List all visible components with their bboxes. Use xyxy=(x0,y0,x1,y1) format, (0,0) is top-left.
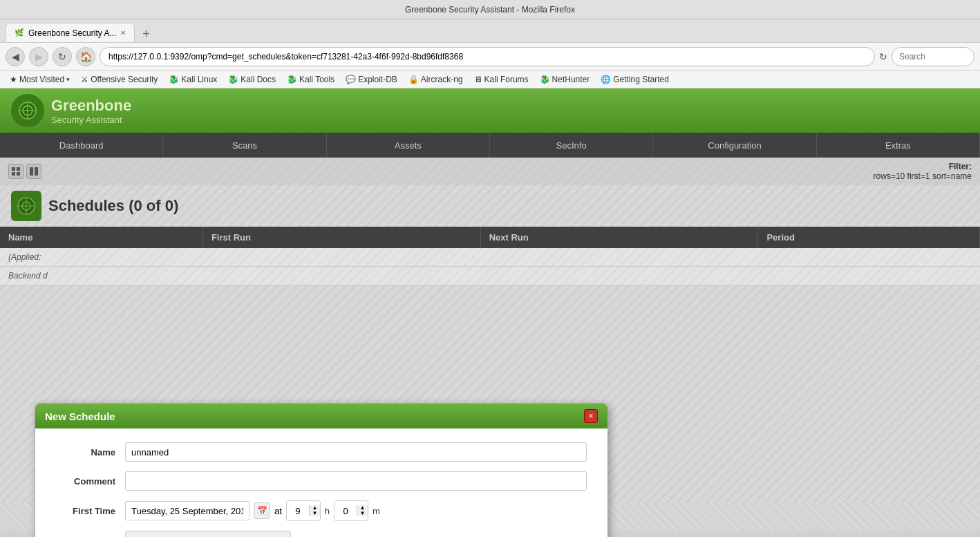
reload-icon[interactable]: ↻ xyxy=(879,51,887,62)
col-first-run[interactable]: First Run xyxy=(202,227,480,248)
at-label: at xyxy=(274,506,282,516)
backend-cell: Backend d xyxy=(0,267,980,285)
main-content: Filter: rows=10 first=1 sort=name Schedu… xyxy=(0,158,980,503)
aircrack-icon: 🔒 xyxy=(408,75,419,84)
app-nav: Dashboard Scans Assets SecInfo Configura… xyxy=(0,133,980,158)
comment-row: Comment xyxy=(56,471,587,491)
h-label: h xyxy=(325,506,330,516)
page-icon xyxy=(11,191,41,221)
name-row: Name xyxy=(56,442,587,462)
url-bar[interactable] xyxy=(100,47,875,66)
hour-spinners: ▲ ▼ xyxy=(309,505,320,516)
col-next-run[interactable]: Next Run xyxy=(480,227,758,248)
date-input[interactable] xyxy=(125,501,249,520)
svg-rect-5 xyxy=(17,172,20,176)
modal-title: New Schedule xyxy=(45,411,115,422)
bookmarks-bar: ★ Most Visited ▾ ⚔ Offensive Security 🐉 … xyxy=(0,70,980,88)
bookmark-aircrack[interactable]: 🔒 Aircrack-ng xyxy=(404,73,467,86)
page-title: Schedules (0 of 0) xyxy=(48,197,178,215)
bookmark-kali-docs[interactable]: 🐉 Kali Docs xyxy=(224,73,280,86)
browser-tab[interactable]: 🌿 Greenbone Security A... ✕ xyxy=(6,23,135,42)
col-name[interactable]: Name xyxy=(0,227,202,248)
bookmark-exploit-db[interactable]: 💬 Exploit-DB xyxy=(341,73,402,86)
nav-scans[interactable]: Scans xyxy=(163,133,326,158)
table-row-applied: (Applied: xyxy=(0,248,980,267)
filter-label: Filter: xyxy=(949,162,972,171)
schedules-table: Name First Run Next Run Period (Applied:… xyxy=(0,227,980,285)
kali-linux-icon: 🐉 xyxy=(169,75,179,84)
close-tab-icon[interactable]: ✕ xyxy=(120,29,126,37)
name-input[interactable] xyxy=(125,442,587,462)
nav-assets[interactable]: Assets xyxy=(327,133,490,158)
nav-extras[interactable]: Extras xyxy=(817,133,980,158)
min-down-button[interactable]: ▼ xyxy=(357,511,368,516)
modal-body: Name Comment First Time 📅 at xyxy=(35,428,607,537)
bookmark-most-visited[interactable]: ★ Most Visited ▾ xyxy=(6,73,74,86)
kali-tools-icon: 🐉 xyxy=(287,75,297,84)
filter-info: Filter: rows=10 first=1 sort=name xyxy=(874,162,972,181)
svg-rect-2 xyxy=(12,167,15,171)
browser-tab-bar: 🌿 Greenbone Security A... ✕ + xyxy=(0,19,980,43)
timezone-select[interactable]: Coordinated Universal Time UTC America/N… xyxy=(125,531,291,537)
nav-dashboard[interactable]: Dashboard xyxy=(0,133,163,158)
svg-rect-6 xyxy=(30,167,33,176)
chevron-down-icon: ▾ xyxy=(66,76,70,83)
getting-started-icon: 🌐 xyxy=(601,75,611,84)
home-button[interactable]: 🏠 xyxy=(76,47,95,66)
svg-rect-7 xyxy=(35,167,38,176)
hour-spinner: ▲ ▼ xyxy=(286,500,321,521)
min-input[interactable] xyxy=(334,501,357,520)
forward-button[interactable]: ▶ xyxy=(29,47,48,66)
new-tab-button[interactable]: + xyxy=(138,26,154,42)
star-icon: ★ xyxy=(10,75,17,84)
app-header: Greenbone Security Assistant xyxy=(0,88,980,133)
bookmark-kali-tools[interactable]: 🐉 Kali Tools xyxy=(283,73,339,86)
hour-down-button[interactable]: ▼ xyxy=(310,511,320,516)
svg-rect-4 xyxy=(12,172,15,176)
bookmark-kali-linux[interactable]: 🐉 Kali Linux xyxy=(164,73,221,86)
kali-forums-icon: 🖥 xyxy=(474,75,482,84)
bookmark-nethunter[interactable]: 🐉 NetHunter xyxy=(536,73,594,86)
reload-button[interactable]: ↻ xyxy=(53,47,72,66)
browser-search-input[interactable] xyxy=(892,47,974,66)
sword-icon: ⚔ xyxy=(81,75,88,84)
toolbar-icon-2[interactable] xyxy=(26,164,41,179)
toolbar-icon-1[interactable] xyxy=(8,164,23,179)
exploit-db-icon: 💬 xyxy=(346,75,356,84)
browser-titlebar: Greenbone Security Assistant - Mozilla F… xyxy=(0,0,980,19)
applied-cell: (Applied: xyxy=(0,248,980,267)
m-label: m xyxy=(373,506,380,516)
filter-value: rows=10 first=1 sort=name xyxy=(874,171,972,181)
calendar-button[interactable]: 📅 xyxy=(254,502,270,519)
nav-configuration[interactable]: Configuration xyxy=(653,133,816,158)
kali-docs-icon: 🐉 xyxy=(228,75,238,84)
bookmark-getting-started[interactable]: 🌐 Getting Started xyxy=(596,73,673,86)
col-period[interactable]: Period xyxy=(758,227,980,248)
first-time-controls: 📅 at ▲ ▼ h ▲ xyxy=(125,500,380,521)
first-time-row: First Time 📅 at ▲ ▼ h xyxy=(56,500,587,521)
page-toolbar: Filter: rows=10 first=1 sort=name xyxy=(0,158,980,185)
name-label: Name xyxy=(56,447,125,458)
svg-rect-3 xyxy=(17,167,20,171)
nethunter-icon: 🐉 xyxy=(540,75,550,84)
comment-label: Comment xyxy=(56,476,125,487)
comment-input[interactable] xyxy=(125,471,587,491)
table-row-backend: Backend d xyxy=(0,267,980,285)
nav-secinfo[interactable]: SecInfo xyxy=(490,133,653,158)
hour-input[interactable] xyxy=(287,501,309,520)
page-title-bar: Schedules (0 of 0) xyxy=(0,185,980,227)
timezone-row: Timezone Coordinated Universal Time UTC … xyxy=(56,531,587,537)
bookmark-offensive-security[interactable]: ⚔ Offensive Security xyxy=(77,73,162,86)
first-time-label: First Time xyxy=(56,506,125,516)
min-spinner: ▲ ▼ xyxy=(334,500,368,521)
toolbar-icons xyxy=(8,164,41,179)
new-schedule-modal: New Schedule × Name Comment Fi xyxy=(35,403,608,537)
modal-close-button[interactable]: × xyxy=(584,409,598,423)
logo-text: Greenbone Security Assistant xyxy=(51,97,131,125)
app-container: Greenbone Security Assistant Dashboard S… xyxy=(0,88,980,531)
bookmark-kali-forums[interactable]: 🖥 Kali Forums xyxy=(470,73,533,86)
browser-toolbar: ◀ ▶ ↻ 🏠 ↻ xyxy=(0,43,980,70)
logo-icon xyxy=(11,94,44,127)
modal-header: New Schedule × xyxy=(35,404,607,428)
back-button[interactable]: ◀ xyxy=(6,47,25,66)
